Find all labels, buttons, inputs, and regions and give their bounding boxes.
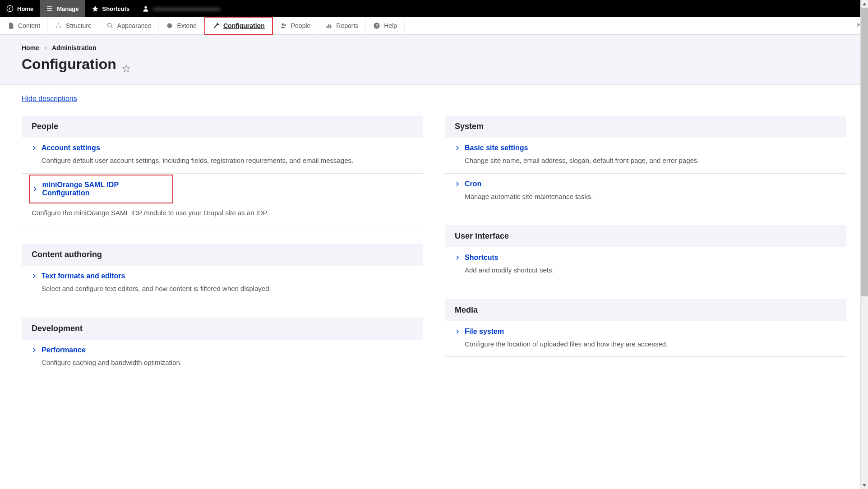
page-header: Home › Administration Configuration bbox=[0, 35, 868, 85]
section-header: People bbox=[22, 115, 423, 138]
config-item-text-formats: Text formats and editors Select and conf… bbox=[22, 266, 423, 301]
svg-rect-6 bbox=[328, 24, 330, 28]
config-item-file-system: File system Configure the location of up… bbox=[445, 321, 846, 357]
content-area: Hide descriptions People Account setting… bbox=[0, 85, 868, 409]
menu-content[interactable]: Content bbox=[0, 17, 48, 35]
wrench-icon bbox=[212, 22, 220, 29]
svg-point-4 bbox=[284, 24, 286, 26]
link-account-settings[interactable]: Account settings bbox=[32, 144, 413, 152]
item-link-label: Basic site settings bbox=[465, 144, 528, 152]
config-columns: People Account settings Configure defaul… bbox=[22, 115, 846, 391]
svg-point-0 bbox=[7, 5, 13, 11]
toolbar-shortcuts[interactable]: Shortcuts bbox=[85, 0, 136, 17]
link-basic-site[interactable]: Basic site settings bbox=[455, 144, 836, 152]
config-item-shortcuts: Shortcuts Add and modify shortcut sets. bbox=[445, 247, 846, 283]
menu-appearance-label: Appearance bbox=[117, 22, 152, 29]
admin-menu: Content Structure Appearance Extend Conf… bbox=[0, 17, 868, 35]
toolbar-user[interactable]: xxxxxxxxxxxxxxxxxxxxxxx bbox=[136, 0, 227, 17]
chevron-right-icon bbox=[455, 181, 460, 187]
link-cron[interactable]: Cron bbox=[455, 180, 836, 188]
puzzle-icon bbox=[166, 22, 173, 29]
menu-help[interactable]: ? Help bbox=[366, 17, 405, 35]
config-col-left: People Account settings Configure defaul… bbox=[22, 115, 423, 391]
item-description: Configure the miniOrange SAML IDP module… bbox=[22, 208, 423, 218]
config-item-performance: Performance Configure caching and bandwi… bbox=[22, 340, 423, 375]
svg-rect-5 bbox=[327, 26, 328, 28]
section-media: Media File system Configure the location… bbox=[445, 299, 846, 357]
menu-configuration-label: Configuration bbox=[223, 22, 265, 29]
favorite-star-button[interactable] bbox=[122, 60, 131, 69]
link-saml-idp[interactable]: miniOrange SAML IDP Configuration bbox=[32, 181, 163, 197]
people-icon bbox=[280, 22, 287, 29]
item-link-label: Text formats and editors bbox=[42, 272, 125, 280]
highlighted-box: miniOrange SAML IDP Configuration bbox=[29, 175, 173, 203]
menu-help-label: Help bbox=[384, 22, 397, 29]
link-text-formats[interactable]: Text formats and editors bbox=[32, 272, 413, 280]
menu-structure[interactable]: Structure bbox=[48, 17, 99, 35]
star-outline-icon bbox=[122, 64, 131, 73]
help-icon: ? bbox=[373, 22, 380, 29]
menu-content-label: Content bbox=[18, 22, 40, 29]
item-link-label: Performance bbox=[42, 346, 86, 354]
top-toolbar: Home Manage Shortcuts xxxxxxxxxxxxxxxxxx… bbox=[0, 0, 868, 17]
section-user-interface: User interface Shortcuts Add and modify … bbox=[445, 225, 846, 283]
item-description: Manage automatic site maintenance tasks. bbox=[455, 192, 836, 202]
menu-people[interactable]: People bbox=[273, 17, 319, 35]
menu-configuration[interactable]: Configuration bbox=[204, 17, 273, 35]
item-description: Configure caching and bandwidth optimiza… bbox=[32, 358, 413, 368]
page-title: Configuration bbox=[22, 56, 846, 73]
section-header: System bbox=[445, 115, 846, 138]
user-icon bbox=[142, 5, 149, 12]
scroll-up-button[interactable] bbox=[861, 0, 868, 8]
vertical-scrollbar[interactable] bbox=[860, 0, 868, 409]
link-shortcuts[interactable]: Shortcuts bbox=[455, 254, 836, 262]
star-icon bbox=[92, 5, 99, 12]
item-link-label: Account settings bbox=[42, 144, 100, 152]
svg-text:?: ? bbox=[376, 23, 379, 28]
item-description: Configure the location of uploaded files… bbox=[455, 339, 836, 350]
breadcrumb: Home › Administration bbox=[22, 44, 846, 51]
menu-reports-label: Reports bbox=[336, 22, 358, 29]
svg-rect-10 bbox=[857, 22, 858, 28]
menu-extend[interactable]: Extend bbox=[159, 17, 204, 35]
menu-extend-label: Extend bbox=[177, 22, 197, 29]
link-file-system[interactable]: File system bbox=[455, 328, 836, 336]
hamburger-icon bbox=[46, 5, 53, 12]
scroll-thumb[interactable] bbox=[861, 8, 868, 296]
svg-point-1 bbox=[145, 6, 147, 9]
item-description: Add and modify shortcut sets. bbox=[455, 265, 836, 276]
toolbar-manage-label: Manage bbox=[57, 5, 78, 12]
toolbar-home-label: Home bbox=[17, 5, 33, 12]
toolbar-manage[interactable]: Manage bbox=[40, 0, 85, 17]
config-item-cron: Cron Manage automatic site maintenance t… bbox=[445, 174, 846, 209]
toolbar-shortcuts-label: Shortcuts bbox=[102, 5, 130, 12]
chevron-right-icon bbox=[32, 347, 37, 353]
section-people: People Account settings Configure defaul… bbox=[22, 115, 423, 227]
item-description: Configure default user account settings,… bbox=[32, 156, 413, 166]
item-description: Change site name, email address, slogan,… bbox=[455, 156, 836, 166]
breadcrumb-home[interactable]: Home bbox=[22, 44, 39, 51]
link-performance[interactable]: Performance bbox=[32, 346, 413, 354]
config-item-account-settings: Account settings Configure default user … bbox=[22, 138, 423, 174]
hide-descriptions-link[interactable]: Hide descriptions bbox=[22, 95, 77, 103]
menu-reports[interactable]: Reports bbox=[318, 17, 366, 35]
document-icon bbox=[7, 22, 14, 29]
section-header: Media bbox=[445, 299, 846, 321]
toolbar-user-label: xxxxxxxxxxxxxxxxxxxxxxx bbox=[153, 5, 221, 12]
chevron-right-icon: › bbox=[45, 45, 46, 51]
breadcrumb-admin[interactable]: Administration bbox=[52, 44, 97, 51]
item-link-label: File system bbox=[465, 328, 504, 336]
chevron-right-icon bbox=[455, 255, 460, 260]
config-item-basic-site: Basic site settings Change site name, em… bbox=[445, 138, 846, 174]
back-circle-icon bbox=[6, 5, 14, 12]
paint-icon bbox=[106, 22, 114, 29]
chevron-right-icon bbox=[32, 273, 37, 279]
menu-appearance[interactable]: Appearance bbox=[99, 17, 159, 35]
section-header: User interface bbox=[445, 225, 846, 247]
bar-chart-icon bbox=[325, 22, 332, 29]
section-development: Development Performance Configure cachin… bbox=[22, 318, 423, 375]
section-system: System Basic site settings Change site n… bbox=[445, 115, 846, 209]
toolbar-home[interactable]: Home bbox=[0, 0, 40, 17]
triangle-up-icon bbox=[862, 2, 867, 6]
section-content-authoring: Content authoring Text formats and edito… bbox=[22, 244, 423, 301]
